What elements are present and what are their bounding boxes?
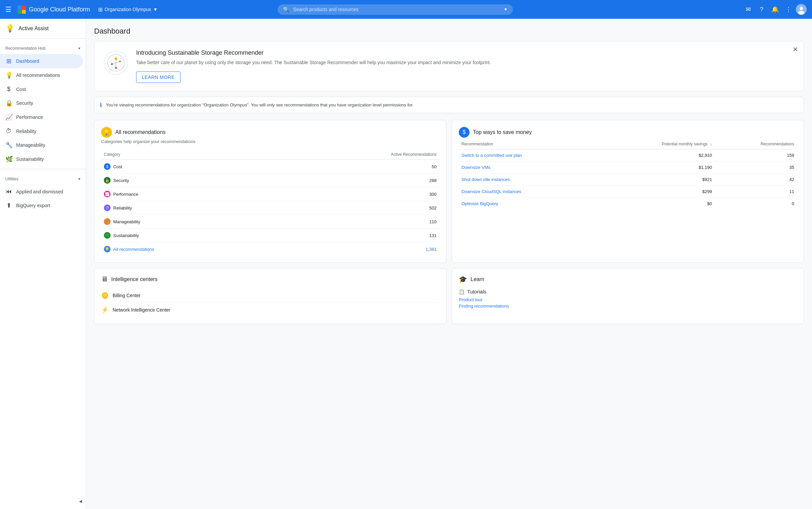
savings-count-cell: 42 xyxy=(715,174,797,186)
security-icon: 🔒 xyxy=(5,99,12,107)
utilities-header[interactable]: Utilities ▾ xyxy=(0,172,86,185)
billing-center-icon: 🪙 xyxy=(101,292,108,299)
savings-count-cell: 159 xyxy=(715,149,797,162)
search-bar[interactable]: 🔍 Search products and resources ▼ xyxy=(278,4,513,15)
sidebar-item-dashboard[interactable]: ⊞ Dashboard xyxy=(0,54,83,68)
network-intelligence-item[interactable]: ⚡ Network Intelligence Center xyxy=(101,303,439,317)
sidebar-divider-2 xyxy=(0,169,86,169)
layout: 💡 Active Assist Recommendation Hub ▾ ⊞ D… xyxy=(0,19,812,509)
table-row: Downsize CloudSQL instances $299 11 xyxy=(459,186,797,198)
help-icon-btn[interactable]: ? xyxy=(755,3,768,15)
svg-line-15 xyxy=(116,62,120,63)
page-title: Dashboard xyxy=(94,27,804,36)
email-icon-btn[interactable]: ✉ xyxy=(742,3,754,15)
svg-point-6 xyxy=(798,11,804,15)
hamburger-menu[interactable]: ☰ xyxy=(5,5,11,13)
all-recommendations-icon: 💡 xyxy=(5,71,12,79)
performance-icon: 📈 xyxy=(5,113,12,121)
info-bar: ℹ You're viewing recommendations for org… xyxy=(94,97,804,113)
main-content: Dashboard Introducing Sustainable Storag… xyxy=(86,19,812,509)
active-assist-icon: 💡 xyxy=(5,24,14,33)
sidebar-divider-1 xyxy=(0,38,86,39)
sidebar-item-cost[interactable]: $ Cost xyxy=(0,82,83,96)
savings-name-cell[interactable]: Shut down idle instances xyxy=(459,174,598,186)
svg-rect-1 xyxy=(22,5,26,9)
intelligence-centers-icon: 🖥 xyxy=(101,275,108,283)
tutorials-icon: 📋 xyxy=(459,289,465,295)
table-row: 💡 All recommendations 1,381 xyxy=(101,242,439,256)
finding-recommendations-link[interactable]: Finding recommendations xyxy=(459,303,797,309)
table-row: Shut down idle instances $921 42 xyxy=(459,174,797,186)
bigquery-export-icon: ⬆ xyxy=(5,202,12,209)
banner-close-button[interactable]: ✕ xyxy=(792,45,798,54)
learn-card: 🎓 Learn 📋 Tutorials Product tour Finding… xyxy=(452,268,804,324)
sidebar-item-reliability[interactable]: ⏱ Reliability xyxy=(0,124,83,138)
banner-title: Introducing Sustainable Storage Recommen… xyxy=(136,49,795,57)
intelligence-centers-title-row: 🖥 Intelligence centers xyxy=(101,275,439,283)
cards-grid: 💡 All recommendations Categories help or… xyxy=(94,120,804,263)
savings-count-cell: 35 xyxy=(715,162,797,174)
table-row: 🌿 Sustainability 131 xyxy=(101,229,439,242)
savings-sort-icon[interactable]: ↓ xyxy=(710,142,712,146)
org-selector[interactable]: ⊞ Organization Olympus ▼ xyxy=(95,5,160,14)
sidebar-item-applied-dismissed-label: Applied and dismissed xyxy=(16,189,63,194)
tutorials-section: 📋 Tutorials Product tour Finding recomme… xyxy=(459,289,797,309)
org-name: Organization Olympus xyxy=(104,7,151,12)
sidebar-brand: 💡 Active Assist xyxy=(0,19,86,36)
sidebar-item-performance-label: Performance xyxy=(16,114,43,120)
category-cell[interactable]: 🔒 Security xyxy=(101,174,277,188)
sidebar-brand-text: Active Assist xyxy=(19,26,49,32)
category-cell[interactable]: 🌿 Sustainability xyxy=(101,229,277,242)
sidebar: 💡 Active Assist Recommendation Hub ▾ ⊞ D… xyxy=(0,19,86,509)
billing-center-item[interactable]: 🪙 Billing Center xyxy=(101,289,439,303)
banner-illustration xyxy=(102,49,129,76)
sidebar-item-performance[interactable]: 📈 Performance xyxy=(0,110,83,124)
category-cell[interactable]: 📈 Performance xyxy=(101,188,277,201)
category-cell[interactable]: ⏱ Reliability xyxy=(101,201,277,215)
savings-amount-cell: $2,910 xyxy=(598,149,715,162)
savings-name-cell[interactable]: Downsize CloudSQL instances xyxy=(459,186,598,198)
savings-amount-cell: $0 xyxy=(598,198,715,210)
sidebar-item-reliability-label: Reliability xyxy=(16,129,36,134)
savings-name-cell[interactable]: Switch to a committed use plan xyxy=(459,149,598,162)
top-savings-title-row: $ Top ways to save money xyxy=(459,127,797,138)
table-row: $ Cost 50 xyxy=(101,160,439,174)
sidebar-item-security[interactable]: 🔒 Security xyxy=(0,96,83,110)
savings-amount-cell: $299 xyxy=(598,186,715,198)
sidebar-collapse-btn[interactable]: ◀ xyxy=(79,499,82,504)
notifications-icon-btn[interactable]: 🔔 xyxy=(769,3,781,15)
learn-icon: 🎓 xyxy=(459,275,467,283)
category-cell[interactable]: 🔧 Manageability xyxy=(101,215,277,229)
sidebar-item-manageability[interactable]: 🔧 Manageability xyxy=(0,138,83,152)
nav-logo: Google Cloud Platform xyxy=(17,5,90,14)
rec-count-cell: 300 xyxy=(277,188,439,201)
learn-more-button[interactable]: LEARN MORE xyxy=(136,71,181,83)
sidebar-item-bigquery-export[interactable]: ⬆ BigQuery export xyxy=(0,198,83,212)
product-tour-link[interactable]: Product tour xyxy=(459,297,797,303)
top-savings-card-title: Top ways to save money xyxy=(473,129,532,135)
sidebar-item-all-recommendations[interactable]: 💡 All recommendations xyxy=(0,68,83,82)
sidebar-item-security-label: Security xyxy=(16,100,33,106)
avatar[interactable] xyxy=(796,4,807,15)
savings-name-cell[interactable]: Optimize BigQuery xyxy=(459,198,598,210)
sidebar-item-applied-dismissed[interactable]: ⏮ Applied and dismissed xyxy=(0,185,83,198)
savings-name-cell[interactable]: Downsize VMs xyxy=(459,162,598,174)
sidebar-item-all-recommendations-label: All recommendations xyxy=(16,72,60,78)
utilities-label: Utilities xyxy=(5,177,19,181)
rec-count-cell: 1,381 xyxy=(277,242,439,256)
sidebar-item-sustainability[interactable]: 🌿 Sustainability xyxy=(0,152,83,166)
all-recommendations-card-icon: 💡 xyxy=(101,127,112,138)
sidebar-item-manageability-label: Manageability xyxy=(16,142,45,148)
dashboard-icon: ⊞ xyxy=(5,58,12,65)
intelligence-centers-title: Intelligence centers xyxy=(111,276,158,282)
savings-count-header: Recommendations xyxy=(715,139,797,149)
more-options-icon-btn[interactable]: ⋮ xyxy=(782,3,794,15)
table-row: 📈 Performance 300 xyxy=(101,188,439,201)
category-cell[interactable]: $ Cost xyxy=(101,160,277,174)
category-cell[interactable]: 💡 All recommendations xyxy=(101,242,277,256)
reliability-icon: ⏱ xyxy=(5,128,12,135)
sidebar-item-bigquery-export-label: BigQuery export xyxy=(16,203,50,208)
recommendation-hub-header[interactable]: Recommendation Hub ▾ xyxy=(0,41,86,54)
billing-center-label: Billing Center xyxy=(113,293,140,298)
sustainable-storage-banner: Introducing Sustainable Storage Recommen… xyxy=(94,41,804,91)
